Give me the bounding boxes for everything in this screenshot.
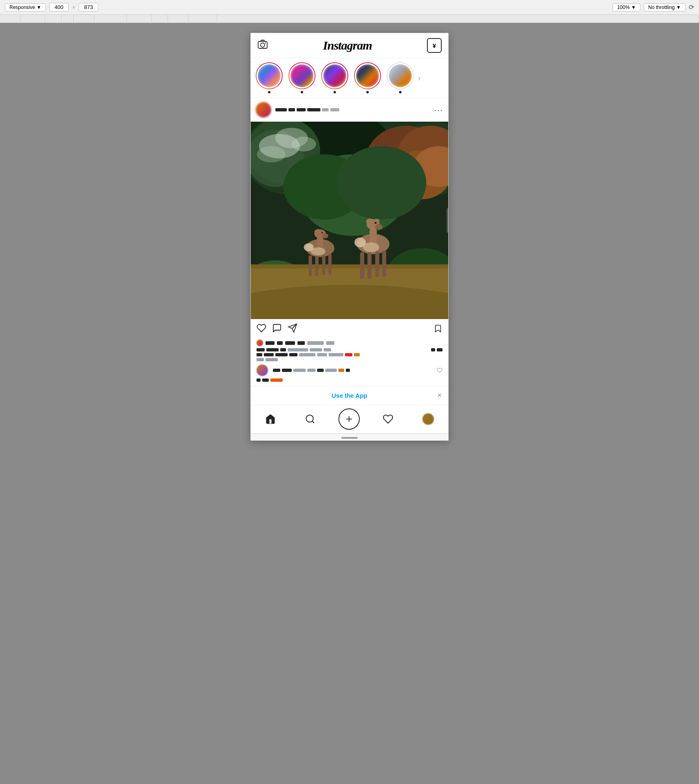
page-wrapper: Instagram ¥ — [0, 23, 699, 441]
bookmark-button[interactable] — [433, 324, 443, 335]
likes-text-2 — [277, 341, 283, 345]
camera-icon[interactable] — [257, 39, 268, 52]
post-actions — [251, 319, 448, 340]
caption-row-1 — [256, 348, 443, 351]
svg-rect-47 — [368, 252, 372, 279]
svg-line-55 — [312, 421, 314, 423]
story-item-1[interactable] — [256, 62, 283, 93]
svg-rect-48 — [375, 252, 379, 277]
svg-point-20 — [336, 146, 426, 220]
story-label-4 — [366, 91, 369, 93]
cm-1 — [273, 369, 280, 372]
dev-toolbar: Responsive ▼ × 100% ▼ No throttling ▼ ⟳ — [0, 0, 699, 15]
story-label-2 — [301, 91, 303, 93]
nav-search[interactable] — [299, 411, 321, 427]
svg-point-30 — [322, 233, 328, 238]
phone-frame: Instagram ¥ — [250, 33, 449, 441]
cm-6 — [325, 369, 337, 372]
width-input[interactable] — [49, 3, 69, 11]
likes-row — [256, 340, 443, 346]
nav-profile[interactable] — [417, 411, 440, 427]
responsive-selector[interactable]: Responsive ▼ — [5, 3, 46, 11]
caption-row-3 — [256, 358, 443, 361]
use-app-banner: Use the App × — [251, 386, 448, 405]
svg-rect-34 — [315, 256, 318, 276]
story-label-5 — [399, 91, 402, 93]
currency-symbol: ¥ — [433, 42, 436, 49]
story-ring-1 — [256, 62, 283, 89]
svg-point-54 — [306, 415, 313, 422]
cap-2 — [266, 348, 279, 351]
cap2-4 — [289, 353, 297, 356]
svg-point-1 — [261, 43, 265, 47]
svg-rect-33 — [309, 256, 312, 276]
svg-point-31 — [321, 232, 323, 233]
caption-row-2 — [256, 353, 443, 356]
drag-bar — [341, 437, 358, 439]
post-username-row — [275, 108, 430, 111]
use-app-close-button[interactable]: × — [437, 391, 442, 400]
bottom-nav — [251, 405, 448, 433]
cap2-3 — [275, 353, 288, 356]
username-block-6 — [330, 108, 339, 111]
story-ring-3 — [321, 62, 348, 89]
comment-avatar-1 — [256, 365, 268, 376]
comment-button[interactable] — [272, 323, 282, 335]
cap-5 — [310, 348, 322, 351]
svg-rect-35 — [322, 256, 325, 275]
cm-3 — [293, 369, 306, 372]
cap2-9 — [354, 353, 360, 356]
comment-text-1 — [273, 369, 350, 372]
cm-7 — [338, 369, 344, 372]
story-item-3[interactable] — [321, 62, 348, 93]
story-ring-2 — [288, 62, 315, 89]
story-item-2[interactable] — [288, 62, 315, 93]
cap2-2 — [264, 353, 274, 356]
throttling-label: No throttling ▼ — [648, 5, 681, 10]
story-avatar-1 — [256, 63, 282, 88]
stories-row: › — [251, 58, 448, 98]
post-avatar — [256, 102, 271, 118]
username-block-4 — [307, 108, 320, 111]
username-block-3 — [297, 108, 306, 111]
post: ··· — [251, 98, 448, 433]
story-item-4[interactable] — [354, 62, 381, 93]
post-image — [251, 122, 448, 319]
cap-3 — [280, 348, 286, 351]
stories-arrow: › — [418, 73, 421, 83]
nav-home[interactable] — [259, 411, 281, 427]
cap3-2 — [266, 358, 278, 361]
cap3-1 — [256, 358, 264, 361]
dimension-separator: × — [72, 4, 75, 11]
likes-text-6 — [326, 341, 334, 345]
svg-point-13 — [292, 137, 316, 152]
cap-8 — [437, 348, 443, 351]
like-button[interactable] — [256, 323, 266, 335]
post-likes-area — [251, 340, 448, 386]
zoom-selector[interactable]: 100% ▼ — [613, 3, 640, 11]
post-more-button[interactable]: ··· — [434, 105, 443, 115]
cap2-5 — [299, 353, 315, 356]
throttling-selector[interactable]: No throttling ▼ — [644, 3, 685, 11]
likes-avatar — [256, 340, 263, 346]
story-avatar-3 — [322, 63, 347, 88]
nav-heart[interactable] — [377, 411, 399, 427]
share-button[interactable] — [288, 323, 297, 335]
currency-icon[interactable]: ¥ — [427, 38, 442, 53]
story-item-5[interactable] — [387, 62, 414, 93]
comment-like[interactable] — [437, 367, 443, 373]
cm2-2 — [262, 378, 269, 382]
story-avatar-5 — [388, 63, 413, 88]
svg-point-12 — [257, 146, 286, 163]
comment-preview-row — [256, 365, 443, 376]
cap-6 — [324, 348, 331, 351]
use-app-button[interactable]: Use the App — [332, 392, 368, 399]
rotate-button[interactable]: ⟳ — [689, 3, 694, 11]
nav-add-button[interactable] — [338, 408, 360, 430]
post-image-svg — [251, 122, 448, 319]
zoom-label: 100% ▼ — [617, 5, 636, 10]
profile-avatar — [422, 413, 434, 425]
story-avatar-4 — [355, 63, 380, 88]
height-input[interactable] — [79, 3, 98, 11]
likes-text-1 — [266, 341, 275, 345]
